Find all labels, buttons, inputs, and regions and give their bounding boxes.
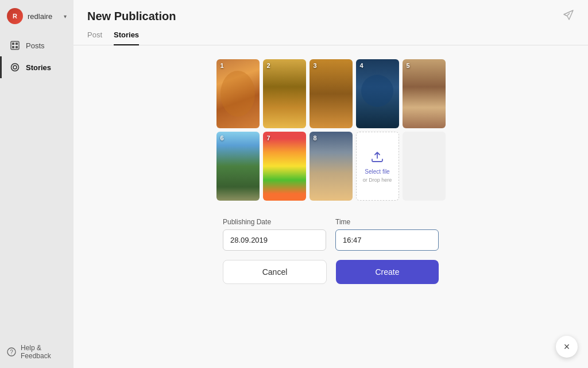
tabs: Post Stories (74, 24, 588, 45)
user-profile[interactable]: R redlaire ▾ (0, 0, 74, 32)
close-button[interactable]: × (556, 336, 578, 358)
help-feedback[interactable]: ? Help & Feedback (0, 336, 74, 368)
help-feedback-label: Help & Feedback (21, 344, 67, 360)
svg-rect-4 (16, 46, 18, 48)
button-row: Cancel Create (223, 260, 439, 284)
date-label: Publishing Date (223, 218, 326, 226)
time-input[interactable] (335, 229, 439, 251)
list-item[interactable]: 2 (263, 59, 306, 128)
svg-rect-1 (12, 43, 14, 45)
date-input[interactable] (223, 229, 326, 251)
main-content: New Publication Post Stories 1 2 (74, 0, 588, 368)
sidebar-item-stories[interactable]: Stories (0, 56, 74, 78)
list-item[interactable]: 5 (403, 59, 446, 128)
posts-icon (10, 40, 20, 51)
date-field-group: Publishing Date (223, 218, 326, 251)
time-field-group: Time (335, 218, 439, 251)
sidebar-navigation: Posts Stories (0, 34, 74, 78)
list-item[interactable]: 8 (310, 132, 353, 201)
header: New Publication (74, 0, 588, 24)
list-item[interactable]: 3 (310, 59, 353, 128)
svg-text:?: ? (10, 349, 13, 355)
drop-text: or Drop here (363, 177, 392, 183)
cancel-button[interactable]: Cancel (223, 260, 327, 284)
list-item[interactable]: 6 (216, 132, 260, 201)
stories-icon (10, 62, 20, 72)
username: redlaire (28, 12, 59, 21)
list-item[interactable]: 4 (356, 59, 399, 128)
svg-rect-0 (11, 41, 19, 49)
header-actions (563, 9, 574, 24)
svg-rect-2 (16, 43, 18, 45)
form-row: Publishing Date Time (223, 218, 439, 251)
send-icon[interactable] (563, 9, 574, 24)
tab-post[interactable]: Post (87, 30, 102, 45)
tab-stories[interactable]: Stories (114, 30, 139, 45)
create-button[interactable]: Create (336, 260, 439, 284)
time-label: Time (335, 218, 439, 226)
help-icon: ? (7, 347, 16, 356)
list-item[interactable]: 1 (216, 59, 260, 128)
image-grid: 1 2 3 4 5 6 7 8 (216, 59, 446, 201)
svg-point-5 (11, 64, 19, 71)
upload-label: Select file (365, 168, 389, 175)
sidebar-item-posts[interactable]: Posts (0, 34, 74, 56)
close-icon: × (564, 341, 570, 353)
content-area: 1 2 3 4 5 6 7 8 (74, 45, 588, 368)
sidebar: R redlaire ▾ Posts (0, 0, 74, 368)
upload-cell[interactable]: Select file or Drop here (356, 132, 399, 201)
sidebar-item-stories-label: Stories (26, 63, 51, 72)
chevron-down-icon: ▾ (64, 13, 67, 20)
svg-rect-3 (12, 46, 14, 48)
empty-cell (403, 132, 446, 201)
avatar: R (7, 8, 23, 24)
page-title: New Publication (87, 10, 176, 23)
svg-point-6 (13, 66, 17, 69)
list-item[interactable]: 7 (263, 132, 306, 201)
sidebar-item-posts-label: Posts (26, 41, 45, 50)
upload-icon (370, 150, 384, 166)
